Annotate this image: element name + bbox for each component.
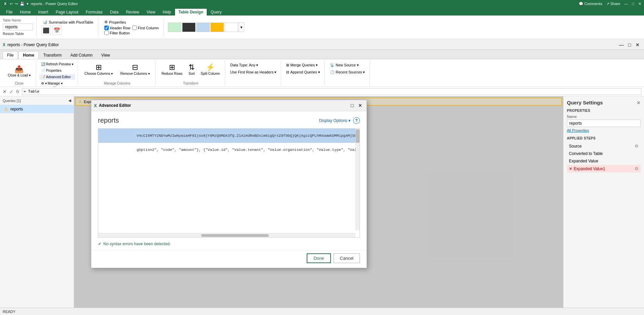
table-style-2[interactable] <box>182 23 196 32</box>
pq-tab-view[interactable]: View <box>97 52 114 59</box>
modal-help-btn[interactable]: ? <box>353 117 360 124</box>
insert-slicer-btn[interactable]: ⬛ <box>41 26 51 35</box>
maximize-btn[interactable]: □ <box>632 2 634 6</box>
formula-cross-btn[interactable]: ✕ <box>3 89 7 94</box>
choose-columns-icon: ⊞ <box>96 63 102 72</box>
tab-query[interactable]: Query <box>207 9 225 15</box>
use-first-row-btn[interactable]: Use First Row as Headers ▾ <box>229 69 278 75</box>
properties-section-title: PROPERTIES <box>567 109 641 113</box>
modal-maximize-btn[interactable]: □ <box>348 102 356 109</box>
tab-help[interactable]: Help <box>159 9 174 15</box>
tab-file[interactable]: File <box>3 9 16 15</box>
query-settings-close-btn[interactable]: ✕ <box>637 100 641 105</box>
remove-columns-btn[interactable]: ⊟ Remove Columns ▾ <box>117 61 152 77</box>
table-style-dropdown[interactable]: ▾ <box>239 23 244 32</box>
header-row-check[interactable] <box>104 26 109 30</box>
query-name-input[interactable] <box>567 120 641 127</box>
undo-btn[interactable]: ↩ <box>10 2 13 6</box>
step-expanded1-gear[interactable]: ⚙ <box>635 166 639 171</box>
table-style-5[interactable] <box>225 23 238 32</box>
resize-table-btn[interactable]: Resize Table <box>3 32 33 36</box>
all-properties-link[interactable]: All Properties <box>567 128 641 132</box>
cancel-button[interactable]: Cancel <box>334 253 360 263</box>
tab-page-layout[interactable]: Page Layout <box>52 9 81 15</box>
sidebar-collapse-btn[interactable]: ◀ <box>68 98 71 103</box>
close-group-label: Close <box>15 82 24 85</box>
customize-btn[interactable]: ▾ <box>27 2 29 6</box>
step-error-icon: ✕ <box>569 166 572 171</box>
close-load-btn[interactable]: 📤 Close & Load ▾ <box>5 63 33 79</box>
manage-btn[interactable]: ⚙ ▾ Manage ▾ <box>39 81 75 86</box>
comments-btn[interactable]: 💬 Comments <box>579 2 602 6</box>
excel-icon: X <box>3 1 8 6</box>
pq-tab-home[interactable]: Home <box>19 51 38 59</box>
done-button[interactable]: Done <box>307 253 331 263</box>
step-expanded-value[interactable]: Expanded Value <box>567 157 641 165</box>
insert-timeline-btn[interactable]: 📅 <box>52 26 62 35</box>
new-source-btn[interactable]: 📡 New Source ▾ <box>328 62 367 68</box>
remove-columns-icon: ⊟ <box>132 63 138 72</box>
choose-columns-btn[interactable]: ⊞ Choose Columns ▾ <box>81 61 116 77</box>
tab-insert[interactable]: Insert <box>35 9 52 15</box>
tab-view[interactable]: View <box>143 9 159 15</box>
table-name-input[interactable]: reports <box>3 24 33 30</box>
table-style-4[interactable] <box>210 23 224 32</box>
table-style-3[interactable] <box>196 23 210 32</box>
sidebar-item-reports[interactable]: ⚠ reports <box>0 105 74 113</box>
code-editor[interactable]: V4cCI6MTY2NDYwMzIwNywiaHF0IjoxNjY0MzQ0MD… <box>98 128 360 238</box>
pq-minimize-btn[interactable]: — <box>618 41 625 49</box>
tab-review[interactable]: Review <box>123 9 142 15</box>
modal-query-name: reports <box>98 117 119 124</box>
manage-columns-label: Manage Columns <box>104 82 130 85</box>
pq-tab-transform[interactable]: Transform <box>39 52 66 59</box>
table-name-label: Table Name: <box>3 19 33 22</box>
sort-btn[interactable]: ⇅ Sort <box>186 61 197 77</box>
minimize-btn[interactable]: — <box>624 2 628 6</box>
pq-tab-file[interactable]: File <box>3 51 18 59</box>
properties-btn[interactable]: ⚙Properties <box>103 19 160 25</box>
modal-close-btn[interactable]: ✕ <box>357 102 364 109</box>
pq-window-title: reports - Power Query Editor <box>7 42 59 47</box>
tab-home[interactable]: Home <box>16 9 34 15</box>
formula-input[interactable] <box>22 88 641 95</box>
step-source[interactable]: Source ⚙ <box>567 142 641 150</box>
data-type-btn[interactable]: Data Type: Any ▾ <box>229 62 278 68</box>
merge-queries-btn[interactable]: ⊞ Merge Queries ▾ <box>284 62 322 68</box>
pq-tab-add-column[interactable]: Add Column <box>66 52 97 59</box>
step-expanded-value1[interactable]: ✕ Expanded Value1 ⚙ <box>567 165 641 172</box>
recent-sources-btn[interactable]: 🕐 Recent Sources ▾ <box>328 69 367 75</box>
name-label: Name <box>567 115 641 119</box>
append-queries-btn[interactable]: ⊟ Append Queries ▾ <box>284 69 322 75</box>
advanced-editor-icon: 📝 <box>41 75 45 79</box>
split-column-btn[interactable]: ⚡ Split Column <box>198 61 222 77</box>
status-bar: READY <box>0 308 644 315</box>
close-btn[interactable]: ✕ <box>638 2 641 6</box>
advanced-editor-btn[interactable]: 📝 Advanced Editor <box>39 74 75 80</box>
code-line-1: V4cCI6MTY2NDYwMzIwNywiaHF0IjoxNjY0MzQ0MD… <box>98 129 360 143</box>
tab-formulas[interactable]: Formulas <box>82 9 106 15</box>
first-column-check[interactable] <box>132 26 137 30</box>
step-converted-to-table[interactable]: Converted to Table <box>567 150 641 157</box>
step-source-gear[interactable]: ⚙ <box>635 144 639 149</box>
properties-icon: 📄 <box>41 69 45 72</box>
tab-table-design[interactable]: Table Design <box>175 9 207 15</box>
share-btn[interactable]: ↗ Share <box>606 2 620 6</box>
pq-close-btn[interactable]: ✕ <box>634 41 641 49</box>
reduce-rows-icon: ⊞ <box>169 63 175 72</box>
filter-button-check[interactable] <box>104 31 109 35</box>
refresh-icon: 🔄 <box>41 62 45 66</box>
formula-fx-btn[interactable]: fx <box>16 89 19 94</box>
merge-icon: ⊞ <box>286 63 289 67</box>
summarize-pivot-btn[interactable]: 📊 Summarize with PivotTable <box>41 19 95 25</box>
table-style-1[interactable] <box>168 23 181 32</box>
properties-ribbon-btn[interactable]: 📄 Properties <box>39 68 75 73</box>
display-options-btn[interactable]: Display Options ▾ <box>319 118 350 123</box>
tab-data[interactable]: Data <box>107 9 122 15</box>
pq-restore-btn[interactable]: □ <box>626 41 633 49</box>
refresh-preview-btn[interactable]: 🔄 Refresh Preview ▾ <box>39 61 75 67</box>
checkmark-icon: ✓ <box>98 242 101 246</box>
formula-check-btn[interactable]: ✓ <box>9 89 13 94</box>
redo-btn[interactable]: ↪ <box>15 2 18 6</box>
quick-save-btn[interactable]: 💾 <box>20 2 25 6</box>
reduce-rows-btn[interactable]: ⊞ Reduce Rows <box>159 61 185 77</box>
